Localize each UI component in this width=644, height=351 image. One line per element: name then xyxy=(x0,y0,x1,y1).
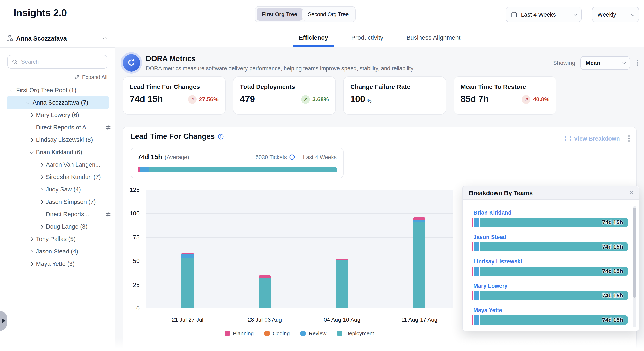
sliders-icon[interactable] xyxy=(105,211,111,217)
panel-menu-button[interactable] xyxy=(626,134,631,143)
legend-item-planning[interactable]: Planning xyxy=(224,330,254,336)
granularity-select[interactable]: Weekly xyxy=(592,7,639,22)
chart-legend: PlanningCodingReviewDeployment xyxy=(146,330,453,336)
metric-card-title: Mean Time To Restore xyxy=(460,83,550,90)
bar-segment-review xyxy=(413,220,426,222)
expand-all-label: Expand All xyxy=(82,74,108,80)
metric-card-title: Total Deployments xyxy=(240,83,329,90)
chevron-down-icon xyxy=(622,60,626,64)
chevron-right-icon[interactable] xyxy=(39,224,43,229)
metric-cards-row: Lead Time For Changes 74d 15h ↗ 27.56% T… xyxy=(123,77,636,115)
team-bar-segment-planning xyxy=(472,291,474,300)
legend-swatch xyxy=(337,331,342,336)
team-bar-segment-planning xyxy=(472,267,474,276)
tree-item[interactable]: Sireesha Kunduri (7) xyxy=(0,171,115,183)
x-tick-label: 11 Aug-17 Aug xyxy=(386,317,452,323)
tree-item[interactable]: First Org Tree Root (1) xyxy=(0,84,115,96)
team-stacked-bar: 74d 15h xyxy=(472,291,628,300)
tree-item[interactable]: Judy Saw (4) xyxy=(0,183,115,196)
breakdown-by-teams-panel: Breakdown By Teams × Brian Kirkland 74d … xyxy=(462,186,640,331)
sliders-icon[interactable] xyxy=(105,125,111,130)
chevron-down-icon[interactable] xyxy=(10,88,14,92)
chevron-down-icon[interactable] xyxy=(26,100,30,104)
divider xyxy=(299,154,299,160)
app-title: Insights 2.0 xyxy=(14,7,67,19)
scrollbar-track[interactable] xyxy=(633,206,636,327)
expand-all-button[interactable]: Expand All xyxy=(0,74,108,80)
tab-productivity[interactable]: Productivity xyxy=(345,29,389,47)
chevron-right-icon[interactable] xyxy=(39,187,43,191)
date-range-select[interactable]: Last 4 Weeks xyxy=(506,7,582,22)
legend-label: Review xyxy=(309,330,326,336)
team-name-link[interactable]: Jason Stead xyxy=(474,234,506,240)
panel-title: Lead Time For Changes xyxy=(130,132,214,141)
chevron-right-icon[interactable] xyxy=(39,162,43,167)
tree-item[interactable]: Tony Pallas (5) xyxy=(0,233,115,245)
average-summary-card: 74d 15h (Average) 5030 Tickets Last 4 We… xyxy=(130,148,344,178)
org-chart-icon xyxy=(6,35,13,41)
tab-business-alignment[interactable]: Business Alignment xyxy=(401,29,466,47)
team-bar-segment-review xyxy=(474,218,480,227)
search-icon xyxy=(12,59,18,65)
chevron-right-icon[interactable] xyxy=(39,200,43,204)
tree-item[interactable]: Anna Scozzafava (7) xyxy=(6,96,109,109)
aggregation-select[interactable]: Mean xyxy=(580,56,630,70)
team-name-link[interactable]: Brian Kirkland xyxy=(474,210,512,216)
team-value: 74d 15h xyxy=(602,268,623,274)
tree-item[interactable]: Direct Reports ... xyxy=(0,208,115,220)
tree-item[interactable]: Brian Kirkland (6) xyxy=(0,146,115,158)
sidebar: Anna Scozzafava Expand All First Org Tre… xyxy=(0,29,115,351)
metric-delta-percent: 27.56% xyxy=(199,96,218,103)
team-name-link[interactable]: Lindsay Liszewski xyxy=(474,258,522,265)
chevron-right-icon[interactable] xyxy=(29,113,33,117)
tree-item[interactable]: Jason Stead (4) xyxy=(0,245,115,258)
x-tick-label: 21 Jul-27 Jul xyxy=(154,317,220,323)
chevron-right-icon[interactable] xyxy=(29,249,33,253)
tree-item[interactable]: Mary Lowery (6) xyxy=(0,109,115,121)
avg-bar-segment-planning xyxy=(138,167,140,172)
org-tree-toggle-option[interactable]: First Org Tree xyxy=(256,8,302,21)
tab-efficiency[interactable]: Efficiency xyxy=(293,29,334,47)
x-tick-label: 04 Aug-10 Aug xyxy=(309,317,375,323)
team-name-link[interactable]: Maya Yette xyxy=(474,307,502,313)
tree-item-label: Jason Simpson (7) xyxy=(46,198,96,205)
team-name-link[interactable]: Mary Lowery xyxy=(474,283,508,289)
legend-swatch xyxy=(264,331,270,336)
tree-item[interactable]: Maya Yette (3) xyxy=(0,258,115,270)
chevron-right-icon[interactable] xyxy=(39,175,43,179)
org-tree-toggle-option[interactable]: Second Org Tree xyxy=(302,8,354,21)
team-bar-segment-review xyxy=(474,315,480,324)
chevron-right-icon[interactable] xyxy=(29,262,33,266)
tree-item[interactable]: Aaron Van Langen... xyxy=(0,158,115,171)
view-breakdown-button[interactable]: View Breakdown xyxy=(565,135,620,142)
bar-segment-planning xyxy=(413,217,426,220)
chevron-down-icon xyxy=(573,12,578,16)
info-icon[interactable] xyxy=(289,154,295,160)
info-icon[interactable] xyxy=(218,134,224,140)
tree-item[interactable]: Jason Simpson (7) xyxy=(0,196,115,208)
legend-label: Planning xyxy=(233,330,254,336)
metric-card-title: Change Failure Rate xyxy=(350,83,439,90)
chevron-right-icon[interactable] xyxy=(29,138,33,142)
legend-item-coding[interactable]: Coding xyxy=(264,330,290,336)
close-icon[interactable]: × xyxy=(629,189,634,196)
sidebar-user-header[interactable]: Anna Scozzafava xyxy=(0,29,115,48)
tree-item[interactable]: Lindsay Liszewski (8) xyxy=(0,134,115,146)
dora-menu-button[interactable] xyxy=(635,58,640,68)
metric-value: 85d 7h xyxy=(460,94,489,105)
tree-item[interactable]: Doug Lange (3) xyxy=(0,220,115,233)
breakdown-team-list: Brian Kirkland 74d 15h Jason Stead 74d 1… xyxy=(463,200,639,324)
legend-item-deployment[interactable]: Deployment xyxy=(337,330,374,336)
chevron-down-icon[interactable] xyxy=(30,149,34,154)
chart-plot-area xyxy=(146,190,453,308)
legend-label: Deployment xyxy=(345,330,374,336)
scrollbar-thumb[interactable] xyxy=(633,208,636,298)
search-input[interactable] xyxy=(21,59,103,65)
chevron-up-icon[interactable] xyxy=(103,37,108,41)
average-stacked-bar xyxy=(138,167,337,172)
tree-item[interactable]: Direct Reports of A... xyxy=(0,121,115,134)
chevron-right-icon[interactable] xyxy=(29,237,33,241)
view-breakdown-label: View Breakdown xyxy=(574,135,620,142)
dora-cycle-icon xyxy=(123,54,140,72)
legend-item-review[interactable]: Review xyxy=(300,330,326,336)
